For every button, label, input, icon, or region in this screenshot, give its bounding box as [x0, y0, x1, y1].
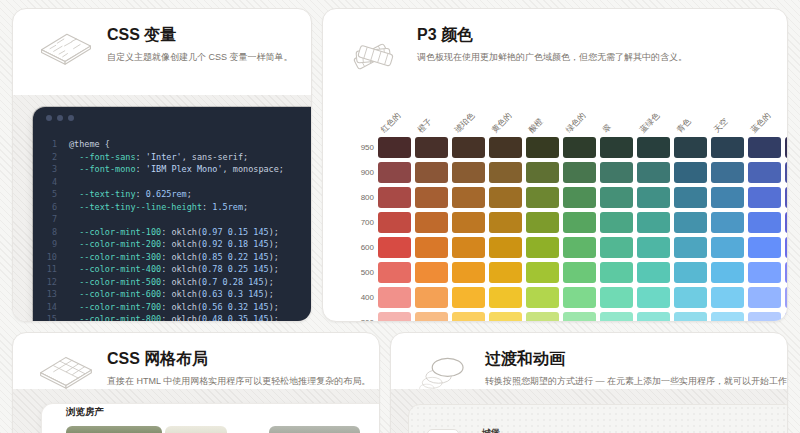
color-swatch [748, 237, 781, 258]
color-swatch [637, 287, 670, 308]
color-swatch [489, 137, 522, 158]
color-swatch [452, 312, 485, 322]
color-swatch [711, 187, 744, 208]
card-grid-layout: CSS 网格布局 直接在 HTML 中使用网格实用程序可以更轻松地推理复杂的布局… [12, 332, 380, 433]
color-swatch [452, 137, 485, 158]
color-swatch [637, 212, 670, 233]
card-p3-colors: P3 颜色 调色板现在使用更加鲜艳的广色域颜色，但您无需了解其中的含义。 红色的… [322, 8, 788, 322]
palette-row-label: 400 [348, 287, 374, 308]
color-swatch [748, 187, 781, 208]
color-swatch [711, 237, 744, 258]
color-swatch [637, 162, 670, 183]
color-swatch [378, 262, 411, 283]
color-swatch [711, 287, 744, 308]
color-swatch [452, 262, 485, 283]
color-swatch [600, 237, 633, 258]
color-swatch [711, 262, 744, 283]
grid-layout-demo: 浏览房产 [13, 389, 379, 433]
color-swatch [489, 287, 522, 308]
color-swatch [526, 137, 559, 158]
castle-label: 城堡 [482, 427, 500, 433]
properties-window: 浏览房产 [41, 403, 379, 433]
color-swatch [452, 187, 485, 208]
color-swatch [563, 312, 596, 322]
color-swatch [785, 212, 788, 233]
palette-column-label: 青色 [674, 116, 693, 135]
color-swatch [526, 237, 559, 258]
color-swatch [489, 162, 522, 183]
card-title: CSS 网格布局 [107, 349, 367, 369]
color-swatch [378, 187, 411, 208]
palette-row-label: 300 [348, 312, 374, 322]
color-swatch [711, 162, 744, 183]
card-transitions: 过渡和动画 转换按照您期望的方式进行 — 在元素上添加一些实用程序，就可以开始工… [390, 332, 788, 433]
card-subtitle: 转换按照您期望的方式进行 — 在元素上添加一些实用程序，就可以开始工作了。 [485, 375, 775, 388]
color-swatch [452, 212, 485, 233]
css-variables-icon [37, 23, 95, 71]
color-swatch [489, 212, 522, 233]
color-swatch [415, 212, 448, 233]
color-swatch [489, 312, 522, 322]
color-swatch [674, 162, 707, 183]
color-swatch [378, 162, 411, 183]
color-swatch [637, 187, 670, 208]
palette-row-label: 900 [348, 162, 374, 183]
color-swatch [563, 262, 596, 283]
color-swatch [563, 162, 596, 183]
color-swatch [600, 212, 633, 233]
traffic-light-icon [46, 115, 52, 121]
color-swatch [415, 262, 448, 283]
transitions-icon [415, 347, 473, 395]
color-swatch [378, 312, 411, 322]
color-swatch [711, 312, 744, 322]
color-swatch [785, 287, 788, 308]
color-swatch [748, 137, 781, 158]
color-swatch [489, 262, 522, 283]
palette-column-label: 蓝色的 [748, 110, 773, 135]
color-swatch [378, 212, 411, 233]
color-swatch [600, 312, 633, 322]
color-swatch [637, 262, 670, 283]
color-swatch [785, 162, 788, 183]
code-lines: 1@theme {2 --font-sans: 'Inter', sans-se… [33, 135, 311, 322]
color-swatch [489, 237, 522, 258]
window-controls [33, 107, 311, 135]
card-css-variables: CSS 变量 自定义主题就像创建几个 CSS 变量一样简单。 1@theme {… [12, 8, 312, 322]
color-swatch [748, 312, 781, 322]
color-swatch [452, 287, 485, 308]
color-swatch [526, 287, 559, 308]
color-swatch [415, 187, 448, 208]
card-subtitle: 调色板现在使用更加鲜艳的广色域颜色，但您无需了解其中的含义。 [417, 51, 687, 64]
color-swatch [563, 287, 596, 308]
color-swatch [489, 187, 522, 208]
palette-column-label: 黄色的 [489, 110, 514, 135]
card-header: CSS 网格布局 直接在 HTML 中使用网格实用程序可以更轻松地推理复杂的布局… [37, 347, 367, 395]
traffic-light-icon [57, 115, 63, 121]
color-swatch [563, 187, 596, 208]
color-swatch [637, 137, 670, 158]
palette-column-label: 红色的 [378, 110, 403, 135]
color-swatch [674, 187, 707, 208]
p3-color-palette: 红色的橙子琥珀色黄色的酸橙绿色的翠蓝绿色青色天空蓝色的靛蓝 9509008007… [348, 101, 788, 322]
color-swatch [563, 237, 596, 258]
card-header: P3 颜色 调色板现在使用更加鲜艳的广色域颜色，但您无需了解其中的含义。 [347, 23, 775, 71]
color-swatch [637, 237, 670, 258]
color-swatch [637, 312, 670, 322]
color-swatch [415, 312, 448, 322]
color-swatch [526, 312, 559, 322]
color-swatch [674, 287, 707, 308]
palette-row-label: 950 [348, 137, 374, 158]
color-swatch [452, 237, 485, 258]
css-variables-demo: 1@theme {2 --font-sans: 'Inter', sans-se… [13, 95, 311, 321]
color-swatch [600, 187, 633, 208]
palette-row-label: 700 [348, 212, 374, 233]
palette-column-labels: 红色的橙子琥珀色黄色的酸橙绿色的翠蓝绿色青色天空蓝色的靛蓝 [348, 101, 788, 137]
browse-properties-heading: 浏览房产 [66, 406, 104, 419]
color-swatch [785, 312, 788, 322]
transitions-panel: 城堡 [408, 404, 788, 433]
color-swatch [711, 212, 744, 233]
color-swatch [526, 262, 559, 283]
color-swatch [711, 137, 744, 158]
color-swatch [600, 262, 633, 283]
color-swatch [748, 212, 781, 233]
